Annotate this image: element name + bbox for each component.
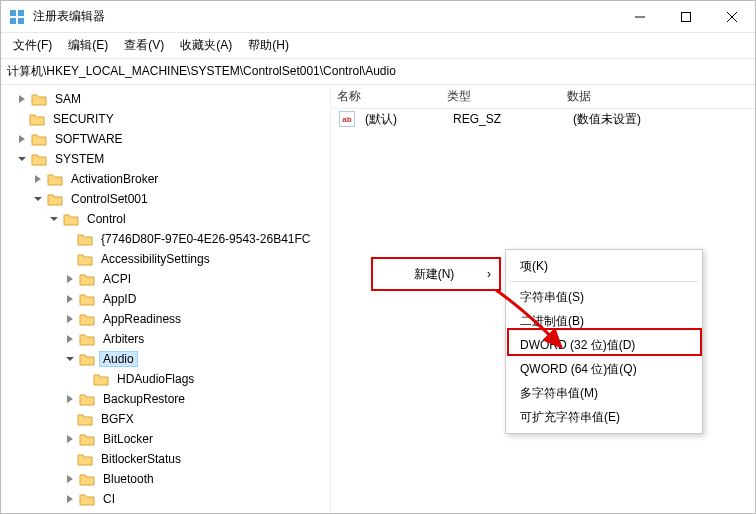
folder-icon	[79, 432, 95, 446]
col-header-data[interactable]: 数据	[561, 88, 755, 105]
folder-icon	[77, 232, 93, 246]
menu-separator	[510, 281, 698, 282]
folder-icon	[79, 332, 95, 346]
svg-rect-5	[682, 12, 691, 21]
menu-favorites[interactable]: 收藏夹(A)	[172, 35, 240, 56]
folder-icon	[79, 312, 95, 326]
value-type: REG_SZ	[447, 112, 567, 126]
menu-help[interactable]: 帮助(H)	[240, 35, 297, 56]
folder-icon	[79, 492, 95, 506]
chevron-down-icon[interactable]	[63, 352, 77, 366]
folder-icon	[79, 472, 95, 486]
folder-icon	[47, 192, 63, 206]
tree-node-appreadiness[interactable]: AppReadiness	[1, 309, 330, 329]
context-submenu-new: 项(K) 字符串值(S) 二进制值(B) DWORD (32 位)值(D) QW…	[505, 249, 703, 434]
app-icon	[9, 9, 25, 25]
maximize-button[interactable]	[663, 1, 709, 33]
folder-icon	[31, 152, 47, 166]
folder-icon	[29, 112, 45, 126]
folder-icon	[77, 252, 93, 266]
chevron-down-icon[interactable]	[47, 212, 61, 226]
tree-node-guidkey[interactable]: {7746D80F-97E0-4E26-9543-26B41FC	[1, 229, 330, 249]
context-item-qword[interactable]: QWORD (64 位)值(Q)	[506, 357, 702, 381]
window-title: 注册表编辑器	[33, 8, 617, 25]
svg-rect-0	[10, 10, 16, 16]
folder-icon	[47, 172, 63, 186]
tree-node-controlset001[interactable]: ControlSet001	[1, 189, 330, 209]
folder-icon	[77, 412, 93, 426]
tree-node-software[interactable]: SOFTWARE	[1, 129, 330, 149]
folder-icon	[79, 352, 95, 366]
folder-icon	[79, 392, 95, 406]
svg-rect-3	[18, 18, 24, 24]
col-header-type[interactable]: 类型	[441, 88, 561, 105]
tree-node-audio[interactable]: Audio	[1, 349, 330, 369]
context-item-multistring[interactable]: 多字符串值(M)	[506, 381, 702, 405]
tree-node-appid[interactable]: AppID	[1, 289, 330, 309]
value-list-pane: 名称 类型 数据 ab (默认) REG_SZ (数值未设置) 新建(N) › …	[331, 85, 755, 513]
context-item-binary[interactable]: 二进制值(B)	[506, 309, 702, 333]
chevron-down-icon[interactable]	[31, 192, 45, 206]
value-data: (数值未设置)	[567, 111, 755, 128]
tree-node-bgfx[interactable]: BGFX	[1, 409, 330, 429]
value-name: (默认)	[359, 111, 447, 128]
menu-edit[interactable]: 编辑(E)	[60, 35, 116, 56]
chevron-right-icon: ›	[487, 267, 491, 281]
context-item-key[interactable]: 项(K)	[506, 254, 702, 278]
list-row[interactable]: ab (默认) REG_SZ (数值未设置)	[331, 109, 755, 129]
context-menu-new-label: 新建(N)	[381, 266, 487, 283]
list-header: 名称 类型 数据	[331, 85, 755, 109]
tree-node-arbiters[interactable]: Arbiters	[1, 329, 330, 349]
folder-icon	[93, 372, 109, 386]
tree-node-bitlockerstatus[interactable]: BitlockerStatus	[1, 449, 330, 469]
folder-icon	[77, 452, 93, 466]
minimize-button[interactable]	[617, 1, 663, 33]
context-item-string[interactable]: 字符串值(S)	[506, 285, 702, 309]
address-text: 计算机\HKEY_LOCAL_MACHINE\SYSTEM\ControlSet…	[7, 63, 396, 80]
context-item-expandstring[interactable]: 可扩充字符串值(E)	[506, 405, 702, 429]
context-menu-new[interactable]: 新建(N) ›	[371, 257, 501, 291]
tree-node-activationbroker[interactable]: ActivationBroker	[1, 169, 330, 189]
folder-icon	[63, 212, 79, 226]
tree-node-control[interactable]: Control	[1, 209, 330, 229]
address-bar[interactable]: 计算机\HKEY_LOCAL_MACHINE\SYSTEM\ControlSet…	[1, 59, 755, 85]
tree-node-system[interactable]: SYSTEM	[1, 149, 330, 169]
svg-rect-2	[10, 18, 16, 24]
tree-node-bitlocker[interactable]: BitLocker	[1, 429, 330, 449]
menu-bar: 文件(F) 编辑(E) 查看(V) 收藏夹(A) 帮助(H)	[1, 33, 755, 59]
tree-node-accessibilitysettings[interactable]: AccessibilitySettings	[1, 249, 330, 269]
menu-view[interactable]: 查看(V)	[116, 35, 172, 56]
folder-icon	[31, 92, 47, 106]
folder-icon	[79, 272, 95, 286]
content-area: SAM SECURITY SOFTWARE SYSTEM ActivationB…	[1, 85, 755, 513]
chevron-down-icon[interactable]	[15, 152, 29, 166]
tree-node-security[interactable]: SECURITY	[1, 109, 330, 129]
folder-icon	[79, 292, 95, 306]
context-item-dword[interactable]: DWORD (32 位)值(D)	[506, 333, 702, 357]
tree-node-bluetooth[interactable]: Bluetooth	[1, 469, 330, 489]
tree-node-backuprestore[interactable]: BackupRestore	[1, 389, 330, 409]
tree-node-acpi[interactable]: ACPI	[1, 269, 330, 289]
tree-pane[interactable]: SAM SECURITY SOFTWARE SYSTEM ActivationB…	[1, 85, 331, 513]
reg-string-icon: ab	[339, 111, 355, 127]
tree-node-ci[interactable]: CI	[1, 489, 330, 509]
col-header-name[interactable]: 名称	[331, 88, 441, 105]
tree-node-hdaudioflags[interactable]: HDAudioFlags	[1, 369, 330, 389]
menu-file[interactable]: 文件(F)	[5, 35, 60, 56]
svg-rect-1	[18, 10, 24, 16]
tree-node-sam[interactable]: SAM	[1, 89, 330, 109]
close-button[interactable]	[709, 1, 755, 33]
title-bar: 注册表编辑器	[1, 1, 755, 33]
folder-icon	[31, 132, 47, 146]
